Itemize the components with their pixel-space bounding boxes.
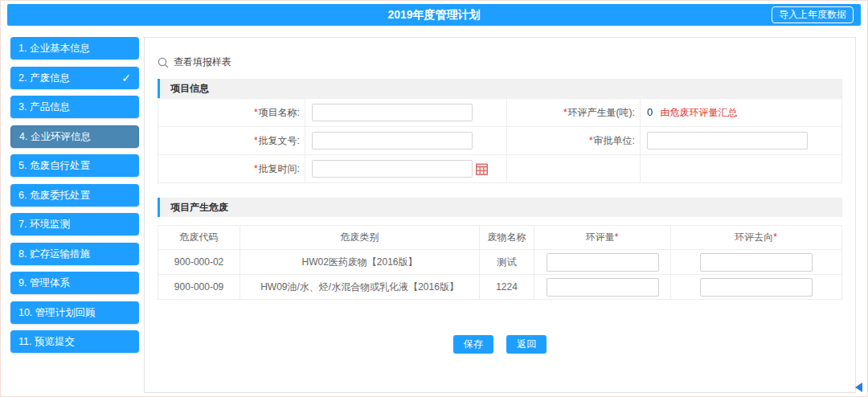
approval-unit-input[interactable]	[647, 132, 808, 149]
waste-code-cell: 900-000-09	[158, 275, 240, 300]
search-icon	[158, 57, 169, 68]
waste-name-cell: 1224	[479, 275, 534, 300]
eia-amount-input-row2[interactable]	[547, 278, 659, 297]
back-button[interactable]: 返回	[506, 335, 547, 354]
eia-destination-input-row2[interactable]	[700, 278, 813, 297]
section-title-hazard-waste: 项目产生危废	[158, 198, 842, 217]
col-header-waste-category: 危废类别	[240, 226, 480, 250]
view-sample-form-link[interactable]: 查看填报样表	[158, 55, 842, 69]
view-sample-form-label: 查看填报样表	[174, 55, 231, 69]
col-header-eia-amount: 环评量*	[534, 226, 671, 250]
eia-destination-input-row1[interactable]	[700, 253, 813, 272]
save-button[interactable]: 保存	[453, 335, 493, 354]
project-name-label: *项目名称:	[158, 99, 305, 127]
import-last-year-button[interactable]: 导入上年度数据	[772, 6, 854, 23]
project-name-input[interactable]	[312, 104, 473, 121]
waste-code-cell: 900-000-02	[158, 250, 240, 275]
col-header-waste-code: 危废代码	[158, 226, 240, 250]
waste-name-cell: 测试	[479, 250, 534, 275]
sidebar-item-eia-info[interactable]: 4. 企业环评信息	[10, 125, 139, 148]
eia-total-value: 0	[647, 106, 653, 118]
sidebar-item-storage-transport[interactable]: 8. 贮存运输措施	[10, 243, 139, 265]
project-info-form: *项目名称: *环评产生量(吨): 0 由危废环评量汇总 *批复文号: *审批单…	[158, 98, 842, 183]
eia-total-label: *环评产生量(吨):	[506, 99, 640, 127]
sidebar-item-product-info[interactable]: 3. 产品信息	[10, 96, 139, 118]
main-panel: 查看填报样表 项目信息 *项目名称: *环评产生量(吨): 0 由危废环评量汇总…	[144, 37, 856, 393]
sidebar-item-entrusted-disposal[interactable]: 6. 危废委托处置	[10, 184, 139, 207]
approval-unit-label: *审批单位:	[506, 127, 640, 155]
waste-category-cell: HW09油/水、烃/水混合物或乳化液【2016版】	[240, 275, 480, 300]
sidebar-item-management-system[interactable]: 9. 管理体系	[10, 272, 139, 294]
approval-doc-label: *批复文号:	[158, 127, 305, 155]
approval-time-input[interactable]	[312, 160, 473, 178]
sidebar: 1. 企业基本信息 2. 产废信息✓ 3. 产品信息 4. 企业环评信息 5. …	[10, 37, 139, 360]
header-bar: 2019年度管理计划 导入上年度数据	[7, 4, 861, 26]
sidebar-item-basic-info[interactable]: 1. 企业基本信息	[10, 37, 139, 59]
section-title-project-info: 项目信息	[158, 79, 842, 98]
page: 2019年度管理计划 导入上年度数据 1. 企业基本信息 2. 产废信息✓ 3.…	[0, 0, 868, 397]
sidebar-item-plan-review[interactable]: 10. 管理计划回顾	[10, 301, 139, 324]
hazard-waste-table: 危废代码 危废类别 废物名称 环评量* 环评去向* 900-000-02 HW0…	[158, 225, 842, 300]
table-row: 900-000-02 HW02医药废物【2016版】 测试	[158, 250, 842, 275]
page-title: 2019年度管理计划	[7, 4, 861, 26]
table-row: 900-000-09 HW09油/水、烃/水混合物或乳化液【2016版】 122…	[158, 275, 842, 300]
col-header-waste-name: 废物名称	[479, 226, 534, 250]
left-arrow-icon	[855, 383, 862, 392]
action-button-row: 保存 返回	[158, 335, 842, 354]
eia-amount-input-row1[interactable]	[547, 253, 659, 272]
calendar-icon[interactable]	[476, 163, 488, 175]
hazard-table-header-row: 危废代码 危废类别 废物名称 环评量* 环评去向*	[158, 226, 842, 250]
approval-time-label: *批复时间:	[158, 155, 305, 183]
approval-doc-input[interactable]	[312, 132, 473, 149]
waste-category-cell: HW02医药废物【2016版】	[240, 250, 480, 275]
sidebar-item-preview-submit[interactable]: 11. 预览提交	[10, 330, 139, 353]
check-icon: ✓	[121, 67, 131, 89]
sidebar-item-self-disposal[interactable]: 5. 危废自行处置	[10, 154, 139, 177]
col-header-eia-destination: 环评去向*	[671, 226, 842, 250]
sidebar-item-waste-info[interactable]: 2. 产废信息✓	[10, 67, 139, 89]
eia-total-note: 由危废环评量汇总	[661, 107, 738, 118]
sidebar-item-env-monitoring[interactable]: 7. 环境监测	[10, 213, 139, 235]
